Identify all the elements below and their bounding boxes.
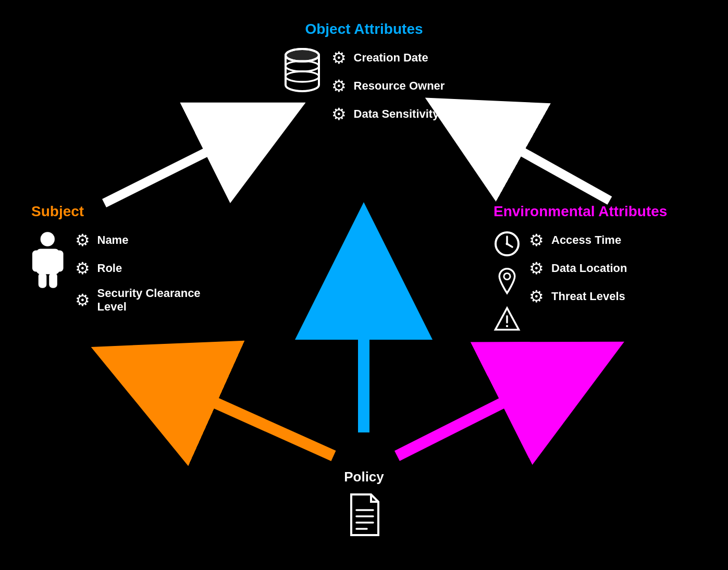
subject-attr-list: ⚙ Name ⚙ Role ⚙ Security Clearance Level	[75, 230, 230, 314]
location-pin-icon	[493, 268, 521, 295]
svg-line-8	[154, 375, 334, 456]
svg-point-13	[286, 71, 319, 82]
attr-item-role: ⚙ Role	[75, 258, 230, 278]
svg-rect-17	[55, 250, 64, 271]
env-attributes-section: Environmental Attributes	[493, 203, 712, 332]
attr-label-threat-levels: Threat Levels	[551, 290, 625, 303]
env-attr-list: ⚙ Access Time ⚙ Data Location ⚙ Threat L…	[529, 230, 627, 306]
attr-item-access-time: ⚙ Access Time	[529, 230, 627, 250]
gear-icon-access-time: ⚙	[529, 230, 544, 250]
env-attributes-title: Environmental Attributes	[493, 203, 712, 220]
attr-label-access-time: Access Time	[551, 233, 621, 247]
svg-rect-16	[32, 250, 41, 271]
person-icon	[31, 230, 65, 290]
attr-label-name: Name	[97, 233, 129, 247]
clock-icon	[493, 230, 521, 257]
object-attributes-list: ⚙ Creation Date ⚙ Resource Owner ⚙ Data …	[331, 48, 445, 124]
attr-item-name: ⚙ Name	[75, 230, 230, 250]
svg-point-23	[506, 243, 509, 245]
svg-line-6	[474, 125, 610, 201]
gear-icon-role: ⚙	[75, 258, 90, 278]
attr-label-creation-date: Creation Date	[354, 51, 428, 65]
svg-point-24	[504, 273, 510, 279]
database-icon	[283, 48, 321, 92]
attr-label-resource-owner: Resource Owner	[354, 79, 445, 93]
gear-icon-resource-owner: ⚙	[331, 76, 347, 96]
attr-label-data-location: Data Location	[551, 262, 627, 275]
attr-item-resource-owner: ⚙ Resource Owner	[331, 76, 445, 96]
svg-rect-18	[39, 272, 47, 288]
subject-section: Subject ⚙ Name ⚙ Role	[31, 203, 229, 314]
policy-section: Policy	[323, 469, 406, 539]
svg-line-9	[397, 373, 563, 456]
svg-point-14	[41, 232, 55, 246]
attr-label-data-sensitivity: Data Sensitivity	[354, 107, 439, 121]
subject-title: Subject	[31, 203, 229, 220]
object-attributes-title: Object Attributes	[255, 21, 474, 38]
svg-point-27	[506, 325, 508, 327]
env-icons-column	[493, 230, 521, 332]
attr-item-data-sensitivity: ⚙ Data Sensitivity	[331, 104, 445, 124]
gear-icon-security-clearance: ⚙	[75, 290, 90, 310]
gear-icon-threat-levels: ⚙	[529, 287, 544, 306]
attr-item-creation-date: ⚙ Creation Date	[331, 48, 445, 68]
gear-icon-name: ⚙	[75, 230, 90, 250]
gear-icon-data-location: ⚙	[529, 258, 544, 278]
document-icon	[346, 492, 382, 537]
svg-line-5	[104, 128, 255, 203]
svg-rect-19	[49, 272, 57, 288]
attr-label-role: Role	[97, 262, 122, 275]
diagram-container: Object Attributes ⚙ Creation Date ⚙ Reso…	[0, 0, 728, 570]
policy-title: Policy	[323, 469, 406, 485]
attr-item-security-clearance: ⚙ Security Clearance Level	[75, 287, 230, 314]
gear-icon-creation-date: ⚙	[331, 48, 347, 68]
attr-item-threat-levels: ⚙ Threat Levels	[529, 287, 627, 306]
gear-icon-data-sensitivity: ⚙	[331, 104, 347, 124]
attr-item-data-location: ⚙ Data Location	[529, 258, 627, 278]
object-attributes-section: Object Attributes ⚙ Creation Date ⚙ Reso…	[255, 21, 474, 124]
warning-triangle-icon	[493, 305, 521, 332]
attr-label-security-clearance: Security Clearance Level	[97, 287, 230, 314]
